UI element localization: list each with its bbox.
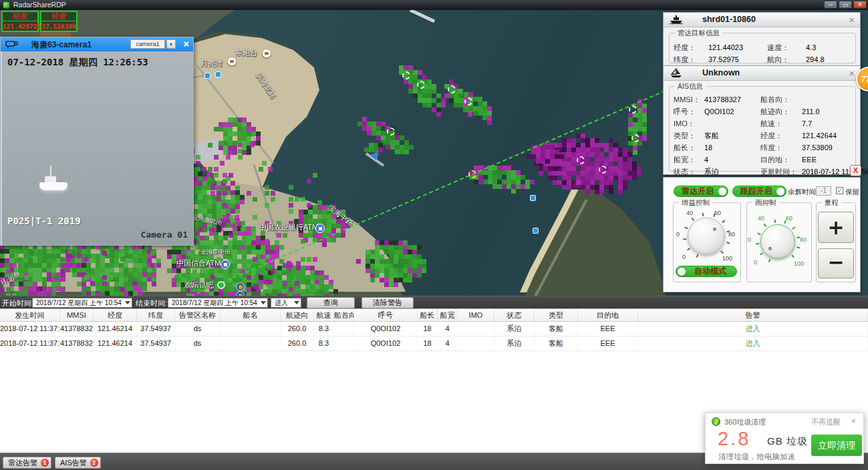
radar-target-marker[interactable] (629, 105, 637, 113)
atm-icon[interactable] (221, 260, 230, 269)
column-header[interactable]: 船名 (221, 309, 281, 321)
chevron-down-icon[interactable]: ▼ (166, 39, 176, 49)
radar-panel-close-icon[interactable]: × (849, 14, 855, 25)
dial-knob[interactable] (688, 218, 725, 255)
column-header[interactable]: 船首向 (334, 309, 354, 321)
range-plus-button[interactable]: + (818, 212, 854, 243)
end-time-picker[interactable]: 2018/7/12 星期四 上午 10:54 (168, 298, 268, 308)
column-header[interactable]: 状态 (494, 309, 535, 321)
radar-target-marker[interactable] (387, 128, 395, 136)
column-header[interactable]: 纬度 (137, 309, 175, 321)
ais-panel-titlebar[interactable]: Unknown × (664, 66, 860, 81)
rain-dial[interactable]: 40600800100 (747, 203, 813, 282)
alarm-type-select[interactable]: 进入 (271, 298, 301, 308)
field-value: 4.3 (806, 43, 854, 51)
radar-target-marker[interactable] (402, 71, 410, 79)
column-header[interactable]: IMO (458, 309, 494, 321)
hotspot-icon[interactable] (236, 291, 245, 296)
poi-camera-icon[interactable] (227, 57, 237, 66)
dial-tick (791, 255, 794, 258)
column-header[interactable]: 航迹向 (281, 309, 314, 321)
dial-knob[interactable] (760, 224, 795, 259)
hotspot-icon[interactable] (236, 282, 245, 291)
query-button[interactable]: 查询 (307, 297, 355, 308)
alarm-enter-link[interactable]: 进入 (638, 322, 868, 336)
radar-control-panel: 雷达开启 跟踪开启 余辉时间: -1 ✓ 保留 增益控制 40600800100… (663, 177, 861, 292)
latitude-value: 37.52838N (41, 21, 76, 31)
radar-target-marker[interactable] (599, 166, 607, 174)
camera-selector[interactable]: camera1 (130, 39, 165, 49)
maximize-icon[interactable]: ▭ (839, 1, 852, 9)
alarm-enter-link[interactable]: 进入 (638, 336, 868, 350)
camera-window: 海康63-camera1 camera1 ▼ × 07-12-2018 星期四 … (0, 37, 194, 246)
table-cell: 系泊 (494, 322, 535, 336)
radar-on-toggle[interactable]: 雷达开启 (674, 186, 728, 197)
column-header[interactable]: 目的地 (578, 309, 638, 321)
column-header[interactable]: 船长 (418, 309, 438, 321)
column-header[interactable]: 呼号 (354, 309, 418, 321)
column-header[interactable]: 告警 (638, 309, 868, 321)
dial-scale-label: 40 (758, 215, 764, 222)
column-header[interactable]: 船宽 (438, 309, 458, 321)
chevron-down-icon[interactable] (261, 301, 266, 304)
ais-alarm-button[interactable]: AIS告警 2 (55, 457, 101, 469)
radar-panel-titlebar[interactable]: shrd01-10860 × (664, 13, 860, 27)
selected-target-marker[interactable] (468, 170, 476, 178)
radar-target-marker[interactable] (631, 134, 639, 142)
dismiss-link[interactable]: 不再提醒 (811, 417, 841, 427)
poi-camera-icon[interactable] (262, 49, 271, 58)
table-row[interactable]: 2018-07-12 11:37:26413788327121.4621437.… (0, 322, 868, 336)
column-header[interactable]: 类型 (535, 309, 578, 321)
panel-close-button[interactable]: X (850, 165, 861, 176)
clean-now-button[interactable]: 立即清理 (811, 435, 862, 456)
transit-stop-icon[interactable] (533, 228, 539, 234)
radar-panel-title: shrd01-10860 (702, 15, 756, 24)
track-on-toggle[interactable]: 跟踪开启 (732, 186, 786, 197)
dial-tick (757, 233, 760, 235)
radar-target-marker[interactable] (448, 85, 456, 93)
junk-unit: GB 垃圾 (767, 435, 808, 448)
bar-icon[interactable] (217, 281, 225, 289)
range-minus-button[interactable]: − (818, 248, 854, 278)
chevron-down-icon[interactable] (125, 301, 130, 304)
chevron-down-icon[interactable] (294, 301, 299, 304)
atm-icon[interactable] (315, 224, 325, 233)
rain-suppression-group: 雨抑制 40600800100 (746, 202, 812, 282)
auto-mode-toggle[interactable]: 自动模式 (676, 266, 737, 277)
column-header[interactable]: 航速 (314, 309, 334, 321)
map-canvas[interactable]: 月亮湾东炮台滨海北路滨海中路金沟寨北街金沟寨中街中国农业银行ATM中国信合ATM… (0, 10, 868, 296)
ais-info-group: AIS信息 MMSI：413788327船首向：呼号：Q0OI102航迹向：21… (669, 86, 856, 172)
gain-dial[interactable]: 40600800100 (674, 203, 742, 263)
keep-checkbox[interactable]: ✓ (836, 187, 843, 194)
camera-title: 海康63-camera1 (31, 39, 92, 51)
radar-target-marker[interactable] (464, 97, 472, 105)
radar-target-marker[interactable] (577, 156, 585, 164)
minimize-icon[interactable]: ─ (824, 1, 837, 9)
column-header[interactable]: 发生时间 (0, 309, 60, 321)
camera-close-icon[interactable]: × (183, 38, 189, 49)
dial-tick (696, 254, 698, 258)
ais-panel-close-icon[interactable]: × (849, 67, 855, 79)
close-icon[interactable]: ✕ (853, 1, 867, 9)
field-label: 船长： (674, 143, 704, 153)
column-header[interactable]: MMSI (60, 309, 94, 321)
radar-info-group: 雷达目标信息 经度：121.44023速度：4.3纬度：37.52975航向：2… (669, 33, 856, 63)
dial-tick (726, 242, 730, 244)
start-time-picker[interactable]: 2018/7/12 星期四 上午 10:54 (32, 298, 132, 308)
camera-titlebar[interactable]: 海康63-camera1 camera1 ▼ × (1, 37, 193, 51)
popup-close-icon[interactable]: × (851, 416, 856, 426)
column-header[interactable]: 经度 (94, 309, 137, 321)
field-label: 呼号： (674, 107, 704, 117)
cleaner-popup: 360垃圾清理 不再提醒 × 2.8 GB 垃圾 清理垃圾，给电脑加速 立即清理 (705, 413, 864, 464)
afterglow-input[interactable]: -1 (816, 186, 831, 196)
clear-alarms-button[interactable]: 清除警告 (361, 297, 414, 308)
transit-stop-icon[interactable] (530, 195, 536, 201)
column-header[interactable]: 告警区名称 (175, 309, 221, 321)
transit-stop-icon[interactable] (215, 71, 221, 77)
radar-alarm-button[interactable]: 雷达告警 1 (3, 457, 51, 469)
table-row[interactable]: 2018-07-12 11:37:26413788327121.4621437.… (0, 336, 868, 351)
radar-target-marker[interactable] (417, 81, 425, 89)
field-label: 纬度： (760, 143, 802, 153)
toggle-knob (678, 268, 686, 276)
transit-stop-icon[interactable] (204, 73, 210, 79)
